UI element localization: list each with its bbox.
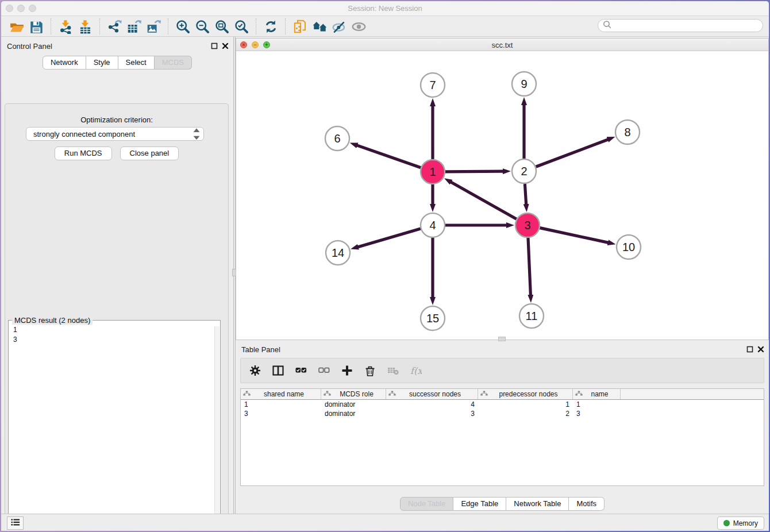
search-icon xyxy=(603,20,611,31)
cell-successor-nodes[interactable]: 4 xyxy=(386,400,478,409)
column-header-MCDS-role[interactable]: MCDS role xyxy=(321,389,386,399)
toolbar-separator xyxy=(256,18,256,34)
column-header-successor-nodes[interactable]: successor nodes xyxy=(386,389,478,399)
zoom-out-icon[interactable] xyxy=(192,18,212,35)
search-box[interactable] xyxy=(598,19,763,32)
edge-2-3[interactable] xyxy=(525,184,526,205)
cell-predecessor-nodes[interactable]: 2 xyxy=(478,409,573,418)
edge-1-6[interactable] xyxy=(357,145,421,168)
fx-icon: f(x) xyxy=(409,363,424,378)
close-table-panel-icon[interactable] xyxy=(757,345,764,355)
cell-successor-nodes[interactable]: 3 xyxy=(386,409,478,418)
result-scrollbar[interactable] xyxy=(214,326,220,531)
memory-button[interactable]: Memory xyxy=(717,516,764,530)
float-table-panel-icon[interactable] xyxy=(746,345,753,355)
split-view-icon[interactable] xyxy=(271,363,286,378)
table-panel: Table Panel f(x) shared nameMCDS rolesuc… xyxy=(236,340,769,514)
cell-shared-name[interactable]: 3 xyxy=(241,409,321,418)
mcds-result-box: MCDS result (2 nodes) 1 3 xyxy=(8,320,221,531)
node-9[interactable]: 9 xyxy=(512,72,536,96)
node-7[interactable]: 7 xyxy=(421,73,445,97)
network-doc-icon[interactable] xyxy=(290,18,310,35)
select-all-icon[interactable] xyxy=(294,363,309,378)
tree-icon xyxy=(573,390,583,398)
tab-motifs[interactable]: Motifs xyxy=(569,497,605,511)
gear-icon[interactable] xyxy=(248,363,263,378)
cell-name[interactable]: 3 xyxy=(573,409,621,418)
network-graph: 7968124314101511 xyxy=(236,52,768,340)
import-table-icon[interactable] xyxy=(75,18,95,35)
zoom-selected-icon[interactable] xyxy=(232,18,251,35)
export-network-icon[interactable] xyxy=(105,18,124,35)
float-panel-icon[interactable] xyxy=(211,41,218,52)
tab-select[interactable]: Select xyxy=(118,56,155,70)
cell-predecessor-nodes[interactable]: 1 xyxy=(478,400,573,409)
node-15[interactable]: 15 xyxy=(421,306,445,330)
close-panel-button[interactable]: Close panel xyxy=(120,147,179,160)
memory-label: Memory xyxy=(733,519,758,527)
edge-2-8[interactable] xyxy=(536,140,609,167)
svg-text:10: 10 xyxy=(622,241,635,253)
node-10[interactable]: 10 xyxy=(617,235,641,259)
export-image-icon[interactable] xyxy=(144,18,163,35)
refresh-icon[interactable] xyxy=(261,18,280,35)
node-2[interactable]: 2 xyxy=(512,159,536,183)
export-table-icon[interactable] xyxy=(124,18,144,35)
optimization-dropdown[interactable]: strongly connected component xyxy=(26,127,204,141)
node-4[interactable]: 4 xyxy=(421,213,445,237)
tab-edge-table[interactable]: Edge Table xyxy=(453,497,506,511)
tab-mcds[interactable]: MCDS xyxy=(155,56,192,70)
node-6[interactable]: 6 xyxy=(325,126,349,151)
node-1[interactable]: 1 xyxy=(421,160,445,184)
show-eye-icon[interactable] xyxy=(349,18,368,35)
network-view-window: × − + scc.txt 7968124314101511 xyxy=(236,38,769,340)
cell-MCDS-role[interactable]: dominator xyxy=(321,400,386,409)
column-header-name[interactable]: name xyxy=(573,389,621,399)
cell-MCDS-role[interactable]: dominator xyxy=(321,409,386,418)
tab-network[interactable]: Network xyxy=(43,56,86,70)
table-row[interactable]: 1dominator411 xyxy=(241,400,764,409)
import-network-icon[interactable] xyxy=(56,18,75,35)
edge-3-10[interactable] xyxy=(540,228,609,243)
svg-text:7: 7 xyxy=(429,79,436,91)
node-14[interactable]: 14 xyxy=(326,241,350,265)
zoom-in-icon[interactable] xyxy=(173,18,192,35)
cell-shared-name[interactable]: 1 xyxy=(241,400,321,409)
titlebar: Session: New Session xyxy=(1,1,769,16)
column-header-predecessor-nodes[interactable]: predecessor nodes xyxy=(478,389,573,399)
home-pair-icon[interactable] xyxy=(310,18,329,35)
save-icon[interactable] xyxy=(26,18,46,35)
add-row-icon[interactable] xyxy=(340,363,355,378)
edge-3-1[interactable] xyxy=(451,182,516,219)
column-header-shared-name[interactable]: shared name xyxy=(241,389,321,399)
node-8[interactable]: 8 xyxy=(615,120,640,144)
node-11[interactable]: 11 xyxy=(519,304,544,328)
list-icon xyxy=(11,518,20,529)
memory-status-icon xyxy=(723,520,730,526)
horizontal-splitter-grip-icon[interactable] xyxy=(498,337,506,341)
task-history-button[interactable] xyxy=(7,516,24,530)
tab-network-table[interactable]: Network Table xyxy=(506,497,569,511)
node-3[interactable]: 3 xyxy=(515,213,540,237)
control-panel-title: Control Panel xyxy=(7,42,52,51)
delete-row-icon[interactable] xyxy=(363,363,378,378)
open-folder-icon[interactable] xyxy=(7,18,26,35)
tab-style[interactable]: Style xyxy=(86,56,118,70)
edge-1-2[interactable] xyxy=(445,171,503,172)
tab-node-table[interactable]: Node Table xyxy=(400,497,454,511)
network-canvas[interactable]: 7968124314101511 xyxy=(236,52,768,340)
zoom-fit-icon[interactable] xyxy=(212,18,232,35)
hide-eye-icon[interactable] xyxy=(329,18,349,35)
svg-text:4: 4 xyxy=(429,219,436,232)
network-window-titlebar[interactable]: × − + scc.txt xyxy=(236,38,768,51)
run-mcds-button[interactable]: Run MCDS xyxy=(55,147,112,160)
statusbar: Memory xyxy=(1,514,769,531)
table-row[interactable]: 3dominator323 xyxy=(241,409,764,418)
edge-3-11[interactable] xyxy=(528,238,530,295)
close-panel-icon[interactable] xyxy=(222,41,229,52)
svg-text:f(x): f(x) xyxy=(410,365,422,376)
deselect-all-icon[interactable] xyxy=(317,363,332,378)
cell-name[interactable]: 1 xyxy=(573,400,621,409)
edge-4-14[interactable] xyxy=(358,229,421,247)
search-input[interactable] xyxy=(614,22,763,30)
